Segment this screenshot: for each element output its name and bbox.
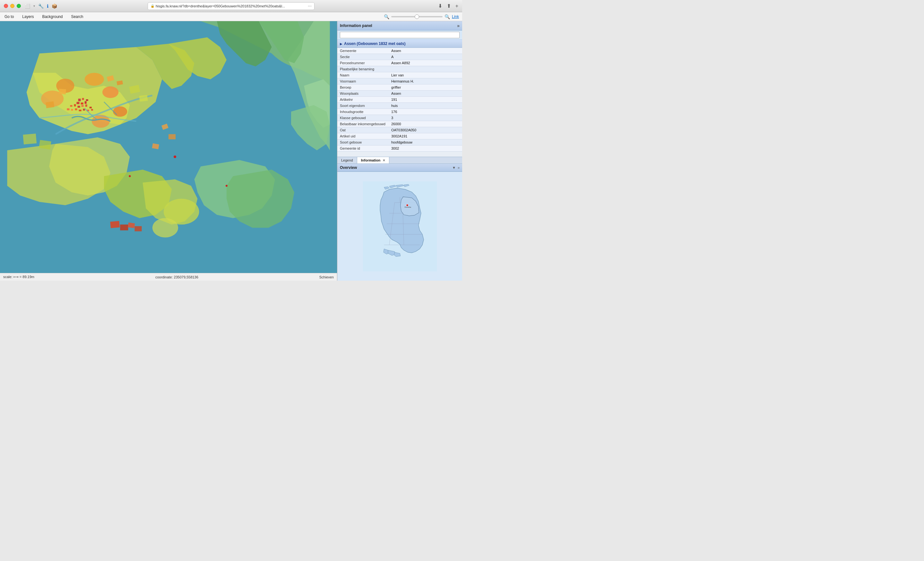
svg-rect-8: [74, 104, 76, 106]
row-key: Klasse gebouwd: [338, 115, 388, 121]
close-button[interactable]: [4, 4, 8, 8]
svg-point-44: [226, 185, 228, 187]
titlebar: ⬜ ▾ 🔧 ℹ 📦 🔒 hisgis.fa.knaw.nl/?db=drenth…: [0, 0, 462, 12]
table-row: Beroepgriffier: [338, 84, 462, 90]
info-panel-header: Information panel »: [338, 21, 462, 30]
map-status-bar: scale: ⟼ = 89.19m coordinate: 235079,558…: [0, 273, 337, 281]
section-title-text: Assen (Gebouwen 1832 met oats): [344, 41, 405, 46]
fullscreen-button[interactable]: [17, 4, 21, 8]
info-icon[interactable]: ℹ: [47, 3, 48, 9]
coordinate-info: coordinate: 235079,558136: [155, 275, 198, 279]
url-text: hisgis.fa.knaw.nl/?db=drenthe&layer=050G…: [156, 4, 306, 8]
row-key: Belastbaar inkomengebouwd: [338, 121, 388, 127]
nav-search[interactable]: Search: [70, 14, 84, 20]
svg-rect-15: [75, 108, 77, 110]
attribution-text: Schieven: [320, 275, 334, 279]
info-panel-title: Information panel: [340, 23, 372, 28]
settings-icon[interactable]: 🔧: [38, 3, 44, 9]
svg-rect-37: [110, 221, 120, 228]
link-button[interactable]: Link: [452, 15, 459, 19]
svg-rect-13: [67, 108, 69, 110]
nav-layers[interactable]: Layers: [21, 14, 35, 20]
zoom-slider[interactable]: [391, 16, 442, 17]
overview-toggle[interactable]: ▼: [452, 166, 456, 170]
svg-rect-4: [77, 102, 80, 104]
row-value: A: [388, 54, 462, 60]
svg-rect-7: [70, 105, 72, 107]
nav-goto[interactable]: Go to: [3, 14, 15, 20]
lock-icon: 🔒: [150, 4, 154, 8]
svg-point-43: [174, 155, 176, 158]
overview-expand[interactable]: »: [458, 166, 460, 170]
info-search-input[interactable]: [340, 32, 460, 38]
svg-rect-2: [82, 98, 84, 100]
minimize-button[interactable]: [10, 4, 15, 8]
tab-information[interactable]: Information ✕: [357, 157, 390, 164]
row-value: huis: [388, 103, 462, 109]
row-key: Soort eigendom: [338, 103, 388, 109]
row-key: Oat: [338, 127, 388, 133]
row-value: 191: [388, 97, 462, 103]
info-table: GemeenteAssenSectieAPerceelnummerAssen A…: [338, 48, 462, 152]
svg-rect-10: [81, 105, 84, 107]
main-layout: scale: ⟼ = 89.19m coordinate: 235079,558…: [0, 21, 462, 281]
table-row: NaamLier van: [338, 72, 462, 78]
row-key: Woonplaats: [338, 90, 388, 97]
svg-rect-35: [168, 134, 176, 139]
svg-rect-6: [85, 101, 87, 104]
row-value: Hermannus H.: [388, 78, 462, 84]
zoom-slider-thumb[interactable]: [415, 15, 419, 19]
url-bar[interactable]: 🔒 hisgis.fa.knaw.nl/?db=drenthe&layer=05…: [148, 2, 315, 10]
table-row: Artikel uid3002A191: [338, 133, 462, 139]
zoom-out-icon[interactable]: 🔍: [384, 14, 389, 19]
share-icon[interactable]: ⬆: [447, 3, 451, 9]
tab-information-close[interactable]: ✕: [382, 159, 385, 162]
row-value: griffier: [388, 84, 462, 90]
zoom-in-icon[interactable]: 🔍: [444, 14, 450, 19]
row-value: OAT03002A050: [388, 127, 462, 133]
nav-background[interactable]: Background: [41, 14, 64, 20]
svg-rect-28: [59, 89, 66, 95]
svg-rect-3: [86, 99, 88, 101]
table-row: VoornaamHermannus H.: [338, 78, 462, 84]
svg-point-45: [129, 175, 130, 177]
svg-rect-14: [71, 109, 73, 110]
info-panel-close[interactable]: »: [457, 23, 460, 28]
tab-legend[interactable]: Legend: [338, 157, 357, 164]
svg-text:Drenthe: Drenthe: [404, 206, 411, 208]
box-icon[interactable]: 📦: [52, 3, 57, 9]
svg-rect-33: [139, 95, 148, 102]
chevron-down-icon: ▾: [33, 4, 35, 8]
new-tab-icon[interactable]: +: [455, 3, 458, 9]
table-row: Klasse gebouwd3: [338, 115, 462, 121]
svg-rect-9: [78, 106, 80, 108]
svg-rect-39: [128, 223, 135, 228]
row-value: 26000: [388, 121, 462, 127]
svg-rect-5: [81, 102, 84, 104]
row-key: Sectie: [338, 54, 388, 60]
table-row: SectieA: [338, 54, 462, 60]
row-key: Artikelnr: [338, 97, 388, 103]
overview-map-container: Drenthe: [338, 172, 462, 281]
window-icon[interactable]: ⬜: [25, 3, 30, 9]
scale-info: scale: ⟼ = 89.19m: [3, 275, 34, 279]
right-panel: Information panel » ▶ Assen (Gebouwen 18…: [337, 21, 462, 281]
collapse-icon[interactable]: ▶: [340, 42, 342, 46]
table-row: Belastbaar inkomengebouwd26000: [338, 121, 462, 127]
info-table-wrapper[interactable]: GemeenteAssenSectieAPerceelnummerAssen A…: [338, 48, 462, 157]
download-icon[interactable]: ⬇: [438, 3, 442, 9]
row-key: Perceelnummer: [338, 60, 388, 66]
map-canvas[interactable]: [0, 21, 337, 273]
svg-point-42: [153, 218, 178, 237]
svg-rect-16: [79, 110, 81, 111]
row-value: Assen A892: [388, 60, 462, 66]
row-value: Lier van: [388, 72, 462, 78]
overview-title: Overview: [340, 165, 357, 170]
row-value: hoofdgebouw: [388, 139, 462, 146]
row-key: Gemeente: [338, 48, 388, 54]
panel-tabs: Legend Information ✕: [338, 157, 462, 164]
row-key: Artikel uid: [338, 133, 388, 139]
table-row: Soort gebouwhoofdgebouw: [338, 139, 462, 146]
map-area[interactable]: scale: ⟼ = 89.19m coordinate: 235079,558…: [0, 21, 337, 281]
url-more-icon: ⋯: [308, 4, 312, 8]
